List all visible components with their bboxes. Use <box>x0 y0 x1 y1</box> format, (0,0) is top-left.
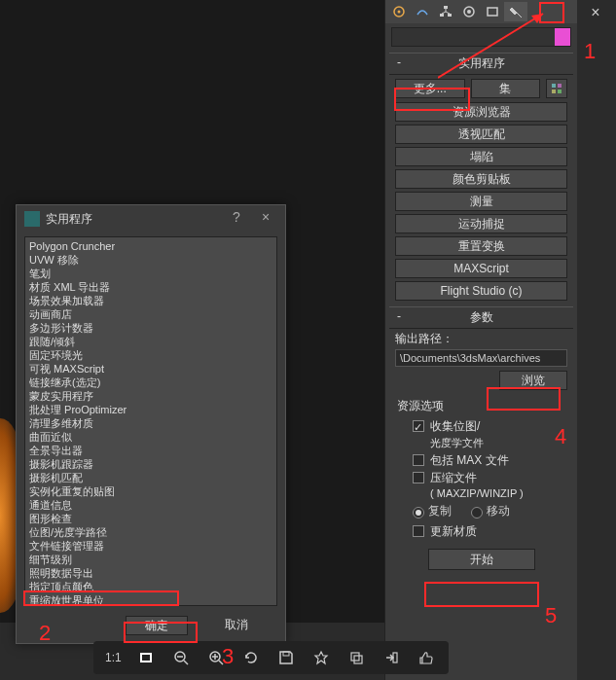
list-item[interactable]: 重缩放世界单位 <box>29 593 272 606</box>
thumbs-up-icon[interactable] <box>416 647 437 668</box>
asset-options-label: 资源选项 <box>397 398 565 414</box>
help-icon[interactable]: ? <box>225 209 248 229</box>
include-max-checkbox[interactable] <box>413 454 424 466</box>
compress-label: 压缩文件 <box>430 470 477 485</box>
motion-tab-icon[interactable] <box>457 2 481 21</box>
svg-rect-8 <box>552 84 556 88</box>
svg-rect-22 <box>351 653 359 661</box>
compress-sublabel: ( MAXZIP/WINZIP ) <box>430 487 565 499</box>
start-button[interactable]: 开始 <box>428 549 535 570</box>
dialog-title: 实用程序 <box>46 211 92 228</box>
list-item[interactable]: UVW 移除 <box>29 253 272 267</box>
dialog-close-icon[interactable]: × <box>254 209 277 229</box>
bottom-toolbar: 1:1 <box>93 641 449 674</box>
create-tab-icon[interactable] <box>387 2 411 21</box>
list-item[interactable]: 批处理 ProOptimizer <box>29 403 272 416</box>
list-item[interactable]: 图形检查 <box>29 512 272 525</box>
output-path-label: 输出路径： <box>395 331 567 347</box>
reset-xform-button[interactable]: 重置变换 <box>395 236 567 256</box>
move-radio[interactable] <box>471 507 483 519</box>
rollout-title: 参数 <box>470 310 493 324</box>
update-materials-checkbox[interactable] <box>413 525 424 537</box>
utilities-dialog: 实用程序 ? × Polygon CruncherUVW 移除笔划材质 XML … <box>16 204 286 644</box>
collapse-button[interactable]: 塌陷 <box>395 147 567 166</box>
list-item[interactable]: Polygon Cruncher <box>29 239 272 253</box>
hierarchy-tab-icon[interactable] <box>434 2 457 21</box>
color-clipboard-button[interactable]: 颜色剪贴板 <box>395 169 567 189</box>
list-item[interactable]: 可视 MAXScript <box>29 362 272 376</box>
command-panel-tabs <box>385 0 577 23</box>
list-item[interactable]: 材质 XML 导出器 <box>29 280 272 294</box>
list-item[interactable]: 摄影机匹配 <box>29 471 272 484</box>
list-item[interactable]: 蒙皮实用程序 <box>29 389 272 403</box>
dialog-titlebar[interactable]: 实用程序 ? × <box>17 205 285 233</box>
display-tab-icon[interactable] <box>481 2 504 21</box>
command-panel: - 实用程序 更多... 集 资源浏览器 透视匹配 塌陷 颜色剪贴板 测量 运动… <box>384 0 577 680</box>
svg-point-6 <box>467 10 471 14</box>
list-item[interactable]: 指定顶点颜色 <box>29 580 272 593</box>
browse-button[interactable]: 浏览 <box>499 371 567 390</box>
rotate-icon[interactable] <box>240 647 262 668</box>
app-icon <box>24 211 40 227</box>
annotation-1: 1 <box>584 39 596 64</box>
collect-bitmaps-checkbox[interactable] <box>413 420 424 432</box>
output-path-input[interactable]: \Documents\3dsMax\archives <box>395 349 567 367</box>
list-item[interactable]: 通道信息 <box>29 498 272 512</box>
list-item[interactable]: 照明数据导出 <box>29 566 272 580</box>
list-item[interactable]: 位图/光度学路径 <box>29 525 272 539</box>
config-button-icon[interactable] <box>546 79 567 98</box>
utilities-tab-icon[interactable] <box>504 2 527 21</box>
svg-rect-13 <box>142 655 150 661</box>
svg-rect-3 <box>440 14 444 17</box>
list-item[interactable]: 链接继承(选定) <box>29 376 272 389</box>
more-button[interactable]: 更多... <box>395 79 465 98</box>
list-item[interactable]: 曲面近似 <box>29 430 272 444</box>
compress-checkbox[interactable] <box>413 472 424 483</box>
svg-rect-9 <box>558 84 562 88</box>
svg-rect-2 <box>444 6 448 9</box>
measure-button[interactable]: 测量 <box>395 192 567 211</box>
svg-line-16 <box>184 661 188 664</box>
perspective-match-button[interactable]: 透视匹配 <box>395 125 567 144</box>
zoom-out-icon[interactable] <box>170 647 192 668</box>
utilities-list[interactable]: Polygon CruncherUVW 移除笔划材质 XML 导出器场景效果加载… <box>24 236 277 606</box>
copy-icon[interactable] <box>345 647 367 668</box>
asset-browser-button[interactable]: 资源浏览器 <box>395 102 567 122</box>
close-icon[interactable]: × <box>583 2 608 23</box>
list-item[interactable]: 场景效果加载器 <box>29 294 272 307</box>
svg-rect-4 <box>448 14 452 17</box>
sets-button[interactable]: 集 <box>471 79 541 98</box>
list-item[interactable]: 多边形计数器 <box>29 321 272 335</box>
ratio-label[interactable]: 1:1 <box>105 647 122 668</box>
move-label: 移动 <box>487 503 510 519</box>
svg-rect-10 <box>552 89 556 93</box>
list-item[interactable]: 实例化重复的贴图 <box>29 484 272 498</box>
save-icon[interactable] <box>275 647 297 668</box>
utilities-rollout-header[interactable]: - 实用程序 <box>389 53 573 75</box>
list-item[interactable]: 动画商店 <box>29 307 272 321</box>
name-color-bar[interactable] <box>391 27 571 47</box>
flight-studio-button[interactable]: Flight Studio (c) <box>395 281 567 301</box>
share-icon[interactable] <box>380 647 402 668</box>
list-item[interactable]: 细节级别 <box>29 553 272 566</box>
list-item[interactable]: 笔划 <box>29 267 272 280</box>
fullscreen-icon[interactable] <box>135 647 157 668</box>
star-icon[interactable] <box>310 647 332 668</box>
list-item[interactable]: 摄影机跟踪器 <box>29 457 272 471</box>
modify-tab-icon[interactable] <box>411 2 434 21</box>
list-item[interactable]: 文件链接管理器 <box>29 539 272 553</box>
parameters-rollout-header[interactable]: - 参数 <box>389 306 573 329</box>
cancel-button[interactable]: 取消 <box>205 616 268 635</box>
zoom-in-icon[interactable] <box>205 647 227 668</box>
list-item[interactable]: 全景导出器 <box>29 444 272 457</box>
maxscript-button[interactable]: MAXScript <box>395 259 567 278</box>
list-item[interactable]: 固定环境光 <box>29 348 272 362</box>
motion-capture-button[interactable]: 运动捕捉 <box>395 214 567 233</box>
list-item[interactable]: 跟随/倾斜 <box>29 335 272 348</box>
copy-label: 复制 <box>428 503 452 519</box>
copy-radio[interactable] <box>413 507 424 519</box>
list-item[interactable]: 清理多维材质 <box>29 416 272 430</box>
include-max-label: 包括 MAX 文件 <box>430 452 509 468</box>
ok-button[interactable]: 确定 <box>126 616 188 635</box>
rollout-title: 实用程序 <box>458 56 505 70</box>
